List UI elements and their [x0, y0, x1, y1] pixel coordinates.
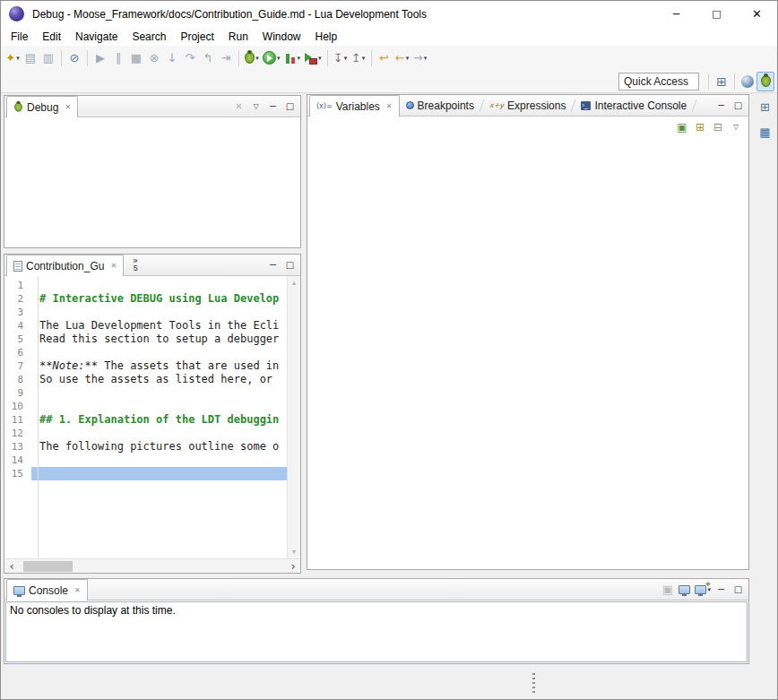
scroll-up-icon[interactable]: ▴	[288, 279, 300, 287]
print-button: ▥	[39, 48, 57, 68]
coverage-button[interactable]: ▾	[282, 48, 303, 68]
external-tools-button[interactable]: ▾	[302, 48, 324, 68]
editor-line-10[interactable]: 10	[4, 400, 287, 413]
editor-line-text: So use the assets as listed here, or	[31, 373, 287, 386]
editor-line-5[interactable]: 5Read this section to setup a debugger	[4, 333, 287, 346]
tab-interactive-console[interactable]: Interactive Console	[575, 95, 693, 116]
editor-line-14[interactable]: 14	[4, 454, 287, 467]
editor-line-9[interactable]: 9	[4, 386, 287, 400]
editor-line-3[interactable]: 3	[4, 306, 287, 319]
tab-contribution-guide-close-icon[interactable]: ✕	[110, 262, 117, 270]
collapse-all-icon: ⊟	[713, 122, 722, 133]
console-view-toolbar: ▣▾─□	[659, 579, 748, 600]
lua-perspective-button[interactable]	[739, 72, 756, 91]
editor-line-1[interactable]: 1	[4, 279, 287, 292]
strip-restore-view-button[interactable]: ⊞	[756, 97, 774, 117]
menu-navigate[interactable]: Navigate	[68, 29, 125, 45]
vars-show-logical-structures-button[interactable]: ▣	[673, 117, 691, 137]
sash-handle[interactable]	[532, 673, 535, 693]
line-number: 9	[4, 386, 31, 400]
editor-line-12[interactable]: 12	[4, 427, 287, 440]
menu-edit[interactable]: Edit	[35, 29, 68, 45]
new-wizard-button[interactable]: ✦▾	[4, 48, 22, 68]
next-annotation-button[interactable]: ↧▾	[332, 48, 350, 68]
editor-line-6[interactable]: 6	[4, 346, 287, 359]
editor-horizontal-scrollbar[interactable]: ‹ ›	[4, 558, 300, 573]
console-open-console-button[interactable]: ▾	[693, 581, 713, 599]
tab-variables-close-icon[interactable]: ✕	[386, 102, 393, 110]
text-segment: Read this section to setup a debugger	[39, 333, 279, 345]
back-button[interactable]: ←▾	[393, 48, 411, 68]
tab-expressions[interactable]: x+yExpressions	[483, 95, 573, 116]
editor-vertical-scrollbar[interactable]: ▴ ▾	[287, 276, 300, 558]
scroll-down-icon[interactable]: ▾	[288, 548, 300, 556]
scroll-right-icon[interactable]: ›	[289, 560, 298, 572]
editor-minimize-button[interactable]: ─	[264, 256, 281, 274]
tab-breakpoints[interactable]: Breakpoints	[400, 95, 480, 116]
previous-annotation-button[interactable]: ↥▾	[350, 48, 367, 68]
close-window-button[interactable]: ✕	[737, 1, 777, 27]
restore-view-icon: ⊞	[760, 101, 770, 113]
menu-file[interactable]: File	[4, 29, 35, 45]
minimize-window-button[interactable]: ─	[656, 1, 696, 27]
tab-contribution-guide[interactable]: Contribution_Gu ✕	[6, 255, 124, 276]
last-edit-location-button[interactable]: ↩	[376, 48, 393, 68]
console-minimize-button[interactable]: ─	[713, 581, 730, 599]
line-number: 12	[4, 427, 31, 440]
hscroll-thumb[interactable]	[23, 561, 73, 572]
menu-run[interactable]: Run	[221, 29, 255, 45]
quick-access-box[interactable]: Quick Access	[618, 73, 699, 91]
debug-view-menu-button[interactable]: ▽	[247, 98, 264, 116]
main-toolbar: ✦▾▤▥⊘▶∥■⊗↓↷↰⇥▾▾▾▾↧▾↥▾↩←▾→▾	[1, 46, 777, 70]
console-display-selected-console-button[interactable]	[676, 581, 693, 599]
view-menu-icon: ▽	[733, 124, 739, 131]
menu-search[interactable]: Search	[125, 29, 173, 45]
vars-collapse-all-button[interactable]: ⊟	[709, 117, 727, 137]
next-annotation-icon: ↧	[333, 52, 343, 64]
text-segment: The following pictures outline some o	[39, 440, 279, 453]
tab-debug-close-icon[interactable]: ✕	[65, 103, 71, 111]
debug-maximize-button[interactable]: □	[281, 98, 298, 116]
editor-maximize-button[interactable]: □	[281, 256, 298, 274]
use-step-filters-icon: ⇥	[221, 52, 231, 64]
maximize-window-button[interactable]: □	[696, 1, 737, 27]
editor-line-8[interactable]: 8So use the assets as listed here, or	[4, 373, 287, 386]
console-content: No consoles to display at this time.	[5, 601, 748, 662]
editor-line-4[interactable]: 4The Lua Development Tools in the Ecli	[4, 319, 287, 333]
console-view-icon	[13, 586, 25, 595]
editor-tab-overflow-button[interactable]: » 5	[127, 255, 143, 275]
scroll-left-icon[interactable]: ‹	[7, 560, 16, 572]
editor-line-text: The Lua Development Tools in the Ecli	[31, 319, 287, 333]
console-maximize-button[interactable]: □	[730, 581, 747, 599]
tab-debug[interactable]: Debug ✕	[6, 96, 78, 117]
editor-line-11[interactable]: 11## 1. Explanation of the LDT debuggin	[4, 413, 287, 427]
editor-line-7[interactable]: 7**Note:** The assets that are used in	[4, 359, 287, 373]
editor-line-2[interactable]: 2# Interactive DEBUG using Lua Develop	[4, 292, 287, 306]
editor-line-15[interactable]: 15	[4, 467, 287, 480]
skip-all-breakpoints-button[interactable]: ⊘	[65, 48, 83, 68]
line-number: 2	[4, 292, 31, 306]
open-perspective-button[interactable]: ⊞	[713, 72, 730, 91]
menu-project[interactable]: Project	[173, 29, 220, 45]
tab-console[interactable]: Console ✕	[6, 579, 88, 601]
tab-variables[interactable]: (x)=Variables✕	[309, 95, 400, 117]
dropdown-arrow-icon: ▾	[318, 55, 322, 62]
vars-maximize-button[interactable]: □	[730, 97, 747, 115]
debug-minimize-button[interactable]: ─	[264, 98, 281, 116]
debug-perspective-button[interactable]	[756, 72, 774, 91]
vars-minimize-button[interactable]: ─	[713, 97, 730, 115]
vars-show-type-names-button[interactable]: ⊞	[691, 117, 709, 137]
editor-line-text	[31, 427, 287, 440]
run-button[interactable]: ▾	[261, 48, 282, 68]
toolbar-separator	[371, 50, 372, 66]
editor-lines[interactable]: 12# Interactive DEBUG using Lua Develop3…	[4, 276, 287, 558]
menu-window[interactable]: Window	[255, 29, 308, 45]
vars-view-menu-button[interactable]: ▽	[727, 117, 745, 137]
tab-console-close-icon[interactable]: ✕	[74, 586, 81, 594]
hscroll-track[interactable]	[18, 561, 287, 572]
strip-minimized-views-button[interactable]: ▦	[756, 122, 774, 142]
editor-line-13[interactable]: 13The following pictures outline some o	[4, 440, 287, 454]
menu-help[interactable]: Help	[308, 29, 345, 45]
line-number: 11	[4, 413, 31, 427]
debug-button[interactable]: ▾	[243, 48, 261, 68]
